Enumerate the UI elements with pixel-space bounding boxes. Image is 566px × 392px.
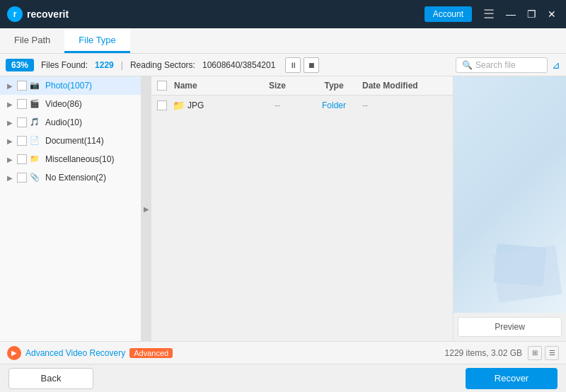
row-size: -- xyxy=(249,100,306,110)
adv-badge: Advanced xyxy=(129,348,173,358)
pause-button[interactable]: ⏸ xyxy=(285,57,301,73)
recover-button[interactable]: Recover xyxy=(466,368,558,389)
progress-badge: 63% xyxy=(6,59,34,71)
files-found-label: Files Found: xyxy=(41,60,88,70)
reading-label: Reading Sectors: xyxy=(130,60,195,70)
search-placeholder: Search file xyxy=(475,60,516,70)
sidebar: ▶ 📷 Photo(1007) ▶ 🎬 Video(86) ▶ 🎵 Audio(… xyxy=(0,76,142,341)
tab-file-type[interactable]: File Type xyxy=(64,28,130,53)
minimize-button[interactable]: — xyxy=(503,7,519,21)
tree-arrow-video: ▶ xyxy=(6,100,14,108)
list-view-icon[interactable]: ☰ xyxy=(545,346,559,360)
tree-arrow-document: ▶ xyxy=(6,137,14,145)
sidebar-checkbox-noext[interactable] xyxy=(17,173,27,183)
adv-video-label[interactable]: Advanced Video Recovery xyxy=(25,348,125,358)
tree-arrow-noext: ▶ xyxy=(6,173,14,182)
sidebar-item-misc[interactable]: ▶ 📁 Miscellaneous(10) xyxy=(0,150,141,168)
col-header-name: Name xyxy=(174,81,249,91)
video-icon: 🎬 xyxy=(30,99,42,109)
search-icon: 🔍 xyxy=(462,60,473,70)
sidebar-label-misc: Miscellaneous(10) xyxy=(45,154,114,164)
logo-icon: r xyxy=(7,6,23,22)
row-checkbox[interactable] xyxy=(157,100,167,110)
column-headers: Name Size Type Date Modified xyxy=(151,76,453,96)
logo-area: r recoverit xyxy=(7,6,424,22)
back-button[interactable]: Back xyxy=(8,368,93,389)
view-icons: ⊞ ☰ xyxy=(528,346,559,360)
preview-button[interactable]: Preview xyxy=(458,317,562,337)
col-header-type: Type xyxy=(306,81,362,91)
sidebar-item-photo[interactable]: ▶ 📷 Photo(1007) xyxy=(0,76,141,95)
row-type: Folder xyxy=(306,100,362,110)
sidebar-item-document[interactable]: ▶ 📄 Document(114) xyxy=(0,132,141,150)
grid-view-icon[interactable]: ⊞ xyxy=(528,346,542,360)
tab-bar: File Path File Type xyxy=(0,28,566,54)
table-row[interactable]: 📁 JPG -- Folder -- xyxy=(151,96,453,116)
logo-text: recoverit xyxy=(27,8,69,20)
noext-icon: 📎 xyxy=(30,173,42,183)
restore-button[interactable]: ❐ xyxy=(524,7,539,21)
misc-icon: 📁 xyxy=(30,154,42,164)
sidebar-checkbox-document[interactable] xyxy=(17,136,27,146)
status-bar: 63% Files Found: 1229 | Reading Sectors:… xyxy=(0,54,566,76)
file-list: Name Size Type Date Modified 📁 JPG -- Fo… xyxy=(151,76,453,341)
menu-icon[interactable]: ☰ xyxy=(483,6,495,22)
select-all-checkbox[interactable] xyxy=(157,81,167,91)
main-content: ▶ 📷 Photo(1007) ▶ 🎬 Video(86) ▶ 🎵 Audio(… xyxy=(0,76,566,341)
adv-video-area: ▶ Advanced Video Recovery Advanced xyxy=(7,346,173,360)
collapse-arrow: ▶ xyxy=(144,205,149,213)
photo-icon: 📷 xyxy=(30,81,42,91)
sidebar-label-photo: Photo(1007) xyxy=(45,81,92,91)
tree-arrow-photo: ▶ xyxy=(6,81,14,90)
sidebar-label-video: Video(86) xyxy=(45,99,82,109)
audio-icon: 🎵 xyxy=(30,117,42,127)
sidebar-checkbox-photo[interactable] xyxy=(17,81,27,91)
footer: Back Recover xyxy=(0,364,566,392)
col-header-date: Date Modified xyxy=(362,81,447,91)
stop-button[interactable]: ⏹ xyxy=(304,57,319,73)
collapse-toggle[interactable]: ▶ xyxy=(142,76,151,341)
tree-arrow-audio: ▶ xyxy=(6,118,14,127)
preview-shape-fg xyxy=(492,245,562,303)
sidebar-label-noext: No Extension(2) xyxy=(45,173,106,183)
preview-panel: Preview xyxy=(453,76,566,341)
filter-icon[interactable]: ⊿ xyxy=(552,59,560,71)
document-icon: 📄 xyxy=(30,136,42,146)
sidebar-checkbox-video[interactable] xyxy=(17,99,27,109)
adv-video-icon: ▶ xyxy=(7,346,21,360)
sidebar-checkbox-audio[interactable] xyxy=(17,117,27,127)
tree-arrow-misc: ▶ xyxy=(6,155,14,163)
sidebar-item-noext[interactable]: ▶ 📎 No Extension(2) xyxy=(0,168,141,187)
files-found-count: 1229 xyxy=(95,60,114,70)
row-name: JPG xyxy=(187,100,204,110)
reading-value: 10608640/3854201 xyxy=(202,60,275,70)
playback-controls: ⏸ ⏹ xyxy=(285,57,319,73)
sidebar-item-video[interactable]: ▶ 🎬 Video(86) xyxy=(0,95,141,113)
status-separator: | xyxy=(121,60,123,70)
folder-icon: 📁 xyxy=(173,100,185,111)
header-check xyxy=(157,81,174,91)
search-box[interactable]: 🔍 Search file xyxy=(456,57,548,73)
row-name-cell: 📁 JPG xyxy=(173,100,249,111)
info-bar: ▶ Advanced Video Recovery Advanced 1229 … xyxy=(0,341,566,364)
account-button[interactable]: Account xyxy=(424,6,472,22)
search-area: 🔍 Search file ⊿ xyxy=(456,57,560,73)
tab-file-path[interactable]: File Path xyxy=(0,28,64,53)
window-controls: ☰ — ❐ ✕ xyxy=(480,6,559,22)
title-bar: r recoverit Account ☰ — ❐ ✕ xyxy=(0,0,566,28)
item-count: 1229 items, 3.02 GB xyxy=(445,348,522,358)
col-header-size: Size xyxy=(249,81,306,91)
close-button[interactable]: ✕ xyxy=(545,7,559,21)
sidebar-item-audio[interactable]: ▶ 🎵 Audio(10) xyxy=(0,113,141,132)
preview-image xyxy=(454,76,566,313)
sidebar-label-document: Document(114) xyxy=(45,136,104,146)
row-date: -- xyxy=(362,100,447,110)
file-rows: 📁 JPG -- Folder -- xyxy=(151,96,453,341)
sidebar-label-audio: Audio(10) xyxy=(45,117,82,127)
sidebar-checkbox-misc[interactable] xyxy=(17,154,27,164)
